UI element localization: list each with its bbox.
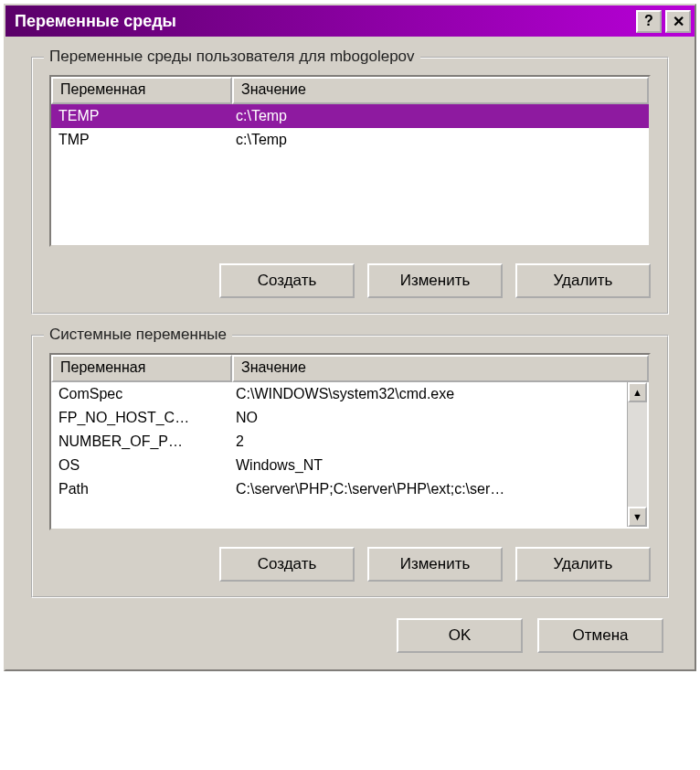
user-new-button[interactable]: Создать	[219, 263, 355, 298]
user-header-value[interactable]: Значение	[232, 77, 649, 104]
variable-value-cell: NO	[232, 410, 649, 426]
arrow-down-icon: ▼	[632, 512, 642, 522]
table-row[interactable]: PathC:\server\PHP;C:\server\PHP\ext;c:\s…	[51, 477, 649, 501]
variable-value-cell: C:\server\PHP;C:\server\PHP\ext;c:\ser…	[232, 481, 649, 497]
variable-name-cell: NUMBER_OF_P…	[51, 433, 232, 450]
variable-name-cell: TMP	[51, 132, 232, 148]
variable-value-cell: Windows_NT	[232, 457, 649, 474]
user-delete-button[interactable]: Удалить	[515, 263, 651, 298]
scroll-down-button[interactable]: ▼	[628, 507, 647, 527]
cancel-button[interactable]: Отмена	[537, 618, 663, 653]
scroll-up-button[interactable]: ▲	[628, 382, 647, 402]
table-row[interactable]: TMPc:\Temp	[51, 128, 649, 152]
system-header-name[interactable]: Переменная	[51, 355, 232, 382]
variable-value-cell: c:\Temp	[232, 132, 649, 148]
arrow-up-icon: ▲	[632, 388, 642, 398]
dialog-body: Переменные среды пользователя для mbogol…	[5, 37, 695, 669]
system-button-row: Создать Изменить Удалить	[49, 547, 651, 582]
dialog-buttons: OK Отмена	[31, 618, 669, 653]
help-icon: ?	[644, 13, 653, 29]
system-scrollbar[interactable]: ▲ ▼	[627, 382, 647, 527]
variable-name-cell: Path	[51, 481, 232, 497]
user-variables-group: Переменные среды пользователя для mbogol…	[31, 57, 669, 315]
table-row[interactable]: FP_NO_HOST_C…NO	[51, 406, 649, 430]
system-variables-list[interactable]: Переменная Значение ComSpecC:\WINDOWS\sy…	[49, 353, 651, 530]
system-delete-button[interactable]: Удалить	[515, 547, 651, 582]
user-group-legend: Переменные среды пользователя для mbogol…	[44, 48, 420, 66]
variable-name-cell: FP_NO_HOST_C…	[51, 410, 232, 426]
titlebar[interactable]: Переменные среды ? ✕	[5, 5, 695, 37]
user-header-name[interactable]: Переменная	[51, 77, 232, 104]
variable-name-cell: OS	[51, 457, 232, 474]
system-group-legend: Системные переменные	[44, 326, 232, 344]
user-edit-button[interactable]: Изменить	[367, 263, 503, 298]
env-variables-dialog: Переменные среды ? ✕ Переменные среды по…	[4, 4, 696, 671]
table-row[interactable]: NUMBER_OF_P…2	[51, 430, 649, 454]
user-list-headers: Переменная Значение	[51, 77, 649, 104]
scroll-track[interactable]	[628, 402, 647, 507]
variable-name-cell: TEMP	[51, 108, 232, 124]
system-edit-button[interactable]: Изменить	[367, 547, 503, 582]
variable-value-cell: 2	[232, 433, 649, 450]
variable-name-cell: ComSpec	[51, 386, 232, 402]
system-header-value[interactable]: Значение	[232, 355, 649, 382]
user-button-row: Создать Изменить Удалить	[49, 263, 651, 298]
table-row[interactable]: TEMPc:\Temp	[51, 104, 649, 128]
system-variables-group: Системные переменные Переменная Значение…	[31, 335, 669, 598]
close-icon: ✕	[673, 13, 684, 30]
system-new-button[interactable]: Создать	[219, 547, 355, 582]
table-row[interactable]: ComSpecC:\WINDOWS\system32\cmd.exe	[51, 382, 649, 406]
system-list-body: ComSpecC:\WINDOWS\system32\cmd.exeFP_NO_…	[51, 382, 649, 501]
user-variables-list[interactable]: Переменная Значение TEMPc:\TempTMPc:\Tem…	[49, 75, 651, 247]
user-list-body: TEMPc:\TempTMPc:\Temp	[51, 104, 649, 152]
close-button[interactable]: ✕	[665, 10, 691, 33]
table-row[interactable]: OSWindows_NT	[51, 454, 649, 477]
ok-button[interactable]: OK	[397, 618, 523, 653]
window-title: Переменные среды	[15, 12, 632, 31]
variable-value-cell: C:\WINDOWS\system32\cmd.exe	[232, 386, 649, 402]
system-list-headers: Переменная Значение	[51, 355, 649, 382]
help-button[interactable]: ?	[636, 10, 662, 33]
variable-value-cell: c:\Temp	[232, 108, 649, 124]
